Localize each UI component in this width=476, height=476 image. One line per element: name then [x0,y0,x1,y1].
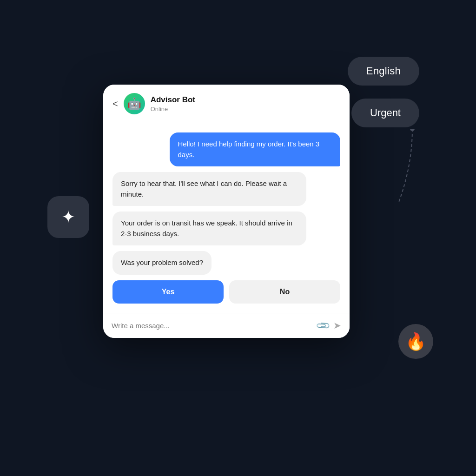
bot-status: Online [151,106,195,112]
yn-row: Yes No [112,280,340,308]
bot-question: Was your problem solved? [112,251,212,275]
sparkle-button[interactable]: ✦ [47,196,89,238]
user-message-1: Hello! I need help finding my order. It'… [170,132,341,166]
messages-area: Hello! I need help finding my order. It'… [103,123,350,313]
english-arc [394,129,431,203]
bot-name: Advisor Bot [151,95,195,105]
chat-header: < 🤖 Advisor Bot Online [103,85,350,123]
sparkle-icon: ✦ [61,207,75,227]
fire-badge[interactable]: 🔥 [398,324,433,359]
send-icon[interactable]: ➤ [333,320,341,331]
yes-button[interactable]: Yes [112,280,224,304]
bot-message-2: Your order is on transit has we speak. I… [112,212,306,245]
back-button[interactable]: < [112,99,118,109]
message-input[interactable] [112,320,312,331]
urgent-badge[interactable]: Urgent [351,99,419,127]
svg-point-1 [410,129,415,131]
fire-icon: 🔥 [405,332,426,351]
english-badge[interactable]: English [348,57,419,86]
chat-window: < 🤖 Advisor Bot Online Hello! I need hel… [103,85,350,338]
bot-avatar: 🤖 [124,93,145,114]
input-area: 📎 ➤ [103,313,350,338]
bot-info: Advisor Bot Online [151,95,195,112]
no-button[interactable]: No [229,280,340,304]
bot-message-1: Sorry to hear that. I'll see what I can … [112,172,306,206]
attach-icon[interactable]: 📎 [315,317,331,334]
robot-icon: 🤖 [127,97,141,110]
